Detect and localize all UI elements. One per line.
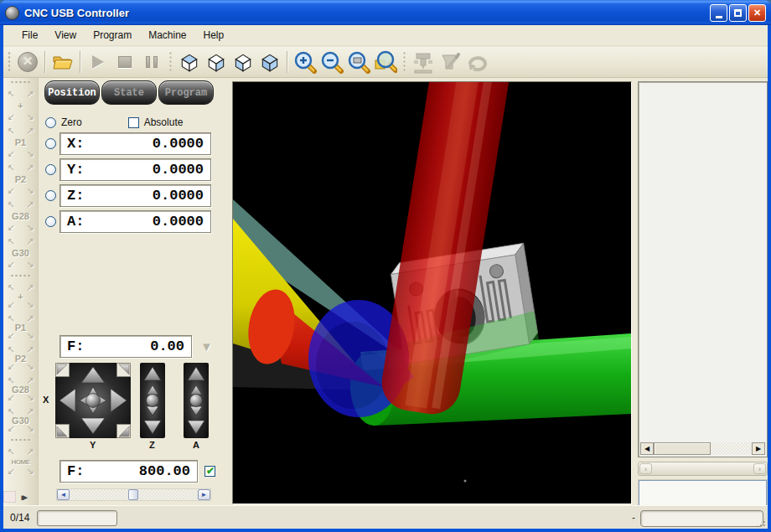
scroll-left-arrow[interactable]: ◀ xyxy=(640,442,654,455)
x-position-field[interactable]: X: 0.0000 xyxy=(60,132,211,155)
program-scrollbar[interactable]: ‹ › xyxy=(638,462,768,476)
arrows-icon xyxy=(26,89,34,100)
feed-row: F: 0.00 xyxy=(42,335,213,358)
absolute-checkbox[interactable] xyxy=(128,117,139,128)
y-axis-radio[interactable] xyxy=(45,164,56,175)
axis-row-a: A: 0.0000 xyxy=(42,210,228,233)
set-g28-button[interactable]: G28 xyxy=(5,374,37,405)
speed-slider[interactable]: ◄ ► xyxy=(56,488,211,501)
arrows-icon xyxy=(26,199,34,210)
maximize-button[interactable] xyxy=(729,4,747,22)
feed-dropdown-icon[interactable] xyxy=(200,339,213,354)
gcode-list-hscrollbar[interactable]: ◀ ▶ xyxy=(640,442,765,455)
stop-icon[interactable] xyxy=(111,49,138,75)
tab-state[interactable]: State xyxy=(101,80,157,105)
goto-p1-button[interactable]: P1 xyxy=(5,124,37,161)
z-axis-radio[interactable] xyxy=(45,190,56,201)
arrows-icon xyxy=(26,236,34,247)
a-position-field[interactable]: A: 0.0000 xyxy=(60,210,211,233)
zoom-window-icon[interactable] xyxy=(345,49,372,75)
set-g30-button[interactable]: G30 xyxy=(5,405,37,436)
pause-icon[interactable] xyxy=(138,49,165,75)
toolbar-gripper xyxy=(10,438,32,442)
toolbar-end-pad xyxy=(3,491,16,503)
zoom-out-icon[interactable] xyxy=(318,49,345,75)
scroll-left-arrow[interactable]: ‹ xyxy=(639,463,652,474)
toolbar-gripper xyxy=(8,51,12,73)
arrows-icon xyxy=(8,148,15,159)
menu-help[interactable]: Help xyxy=(195,26,233,44)
gcode-list[interactable]: ◀ ▶ xyxy=(638,81,768,457)
simulate-machine-icon[interactable] xyxy=(410,49,437,75)
current-line-box[interactable] xyxy=(639,480,767,506)
set-p1-button[interactable]: P1 xyxy=(5,312,37,343)
play-icon[interactable] xyxy=(85,49,111,75)
menu-file[interactable]: File xyxy=(13,26,46,44)
speed-field[interactable]: F: 800.00 xyxy=(60,460,198,483)
status-message-box xyxy=(640,510,763,527)
close-button[interactable]: ✕ xyxy=(748,4,766,22)
zero-radio[interactable] xyxy=(45,117,56,128)
title-bar: CNC USB Controller ✕ xyxy=(0,0,771,25)
menu-machine[interactable]: Machine xyxy=(140,26,194,44)
arrows-icon xyxy=(26,126,34,137)
arrows-icon xyxy=(8,259,15,270)
tab-position[interactable]: Position xyxy=(44,80,100,105)
goto-p2-button[interactable]: P2 xyxy=(5,161,37,198)
app-icon xyxy=(5,6,19,20)
zoom-to-fit-icon[interactable] xyxy=(372,49,399,75)
home-button[interactable]: HOME xyxy=(5,445,37,478)
tab-program[interactable]: Program xyxy=(158,80,214,105)
y-position-field[interactable]: Y: 0.0000 xyxy=(60,158,211,181)
axis-row-x: X: 0.0000 xyxy=(42,132,228,155)
zoom-in-icon[interactable] xyxy=(292,49,318,75)
position-toolbar: + P1 P2 G28 G30 + xyxy=(3,78,39,505)
scroll-thumb[interactable] xyxy=(654,442,711,455)
view-side-icon[interactable] xyxy=(203,49,230,75)
slider-right-arrow[interactable]: ► xyxy=(198,489,210,500)
x-axis-radio[interactable] xyxy=(45,138,56,149)
offset-plus-button[interactable]: + xyxy=(5,87,37,124)
minimize-button[interactable] xyxy=(710,4,727,22)
progress-box xyxy=(37,510,117,526)
speed-enable-checkbox[interactable] xyxy=(204,466,215,477)
gcode-panel: ◀ ▶ ‹ › xyxy=(638,81,768,504)
toolbar-overflow[interactable] xyxy=(3,490,35,504)
view-perspective-icon[interactable] xyxy=(256,49,283,75)
speed-row: F: 800.00 xyxy=(42,460,215,483)
feed-field[interactable]: F: 0.00 xyxy=(60,335,192,358)
main-toolbar xyxy=(3,47,768,78)
slider-thumb[interactable] xyxy=(128,489,138,500)
view-top-icon[interactable] xyxy=(176,49,203,75)
a-axis-radio[interactable] xyxy=(45,216,56,227)
xy-jog-pad[interactable] xyxy=(55,363,131,438)
arrows-icon xyxy=(8,222,15,233)
z-position-field[interactable]: Z: 0.0000 xyxy=(60,184,211,207)
goto-g30-button[interactable]: G30 xyxy=(5,235,37,271)
separator xyxy=(44,51,46,73)
scroll-right-arrow[interactable]: ▶ xyxy=(752,442,765,455)
dash-mark: - xyxy=(632,512,635,524)
separator xyxy=(80,51,81,73)
set-p2-button[interactable]: P2 xyxy=(5,343,37,374)
rotate-view-icon[interactable] xyxy=(463,49,490,75)
overflow-chevron-icon xyxy=(21,493,27,501)
arrows-icon xyxy=(8,236,15,247)
slider-left-arrow[interactable]: ◄ xyxy=(57,489,70,500)
scroll-right-arrow[interactable]: › xyxy=(753,463,766,474)
set-plus-button[interactable]: + xyxy=(5,281,37,312)
a-jog-pad[interactable] xyxy=(184,363,209,438)
3d-viewport[interactable] xyxy=(232,81,632,504)
menu-view[interactable]: View xyxy=(46,26,85,44)
window-title: CNC USB Controller xyxy=(24,7,710,19)
arrows-icon xyxy=(26,447,34,457)
line-counter: 0/14 xyxy=(10,512,29,524)
abort-icon[interactable] xyxy=(14,49,41,75)
open-file-icon[interactable] xyxy=(49,49,76,75)
z-jog-pad[interactable] xyxy=(140,363,165,438)
view-front-icon[interactable] xyxy=(230,49,256,75)
tool-edit-icon[interactable] xyxy=(437,49,463,75)
arrows-icon xyxy=(8,447,15,457)
goto-g28-button[interactable]: G28 xyxy=(5,198,37,235)
menu-program[interactable]: Program xyxy=(85,26,140,44)
